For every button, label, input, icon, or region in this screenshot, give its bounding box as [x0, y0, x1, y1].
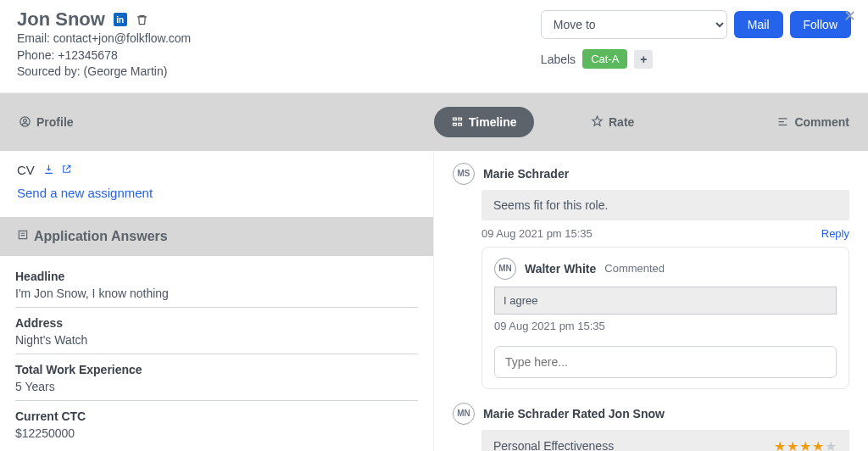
- timeline-panel: MS Marie Schrader Seems fit for this rol…: [434, 151, 868, 451]
- external-link-icon[interactable]: [61, 164, 72, 175]
- rate-icon: [591, 115, 604, 128]
- close-icon[interactable]: ✕: [843, 7, 856, 25]
- avatar: MS: [453, 163, 475, 185]
- qa-headline: Headline I'm Jon Snow, I know nothing: [15, 261, 418, 308]
- entry-time: 09 Aug 2021 pm 15:35: [481, 227, 593, 240]
- application-answers-header: Application Answers: [0, 217, 433, 256]
- avatar: MN: [453, 403, 475, 425]
- body: CV Send a new assignment Application Ans…: [0, 151, 868, 451]
- profile-icon: [19, 115, 31, 128]
- svg-rect-5: [459, 124, 462, 126]
- svg-point-1: [24, 120, 27, 123]
- add-label-button[interactable]: +: [634, 50, 653, 69]
- label-tag[interactable]: Cat-A: [582, 49, 627, 69]
- a-ctc: $12250000: [15, 426, 418, 440]
- a-address: Night's Watch: [15, 333, 418, 347]
- star-rating: ★★★★★: [774, 438, 837, 451]
- download-icon[interactable]: [43, 164, 54, 175]
- entry-author: Marie Schrader: [483, 167, 569, 181]
- header-actions: Move to Mail Follow Labels Cat-A +: [541, 8, 851, 69]
- nested-reply-box: MN Walter White Commented I agree 09 Aug…: [481, 247, 849, 389]
- timeline-entry-rating: MN Marie Schrader Rated Jon Snow Persona…: [453, 403, 849, 451]
- application-answers-label: Application Answers: [34, 229, 168, 244]
- candidate-name: Jon Snow: [17, 8, 105, 31]
- svg-rect-2: [453, 118, 457, 120]
- tab-rate-label: Rate: [609, 115, 634, 129]
- cv-label: CV: [17, 163, 35, 177]
- entry-action: Commented: [604, 262, 665, 275]
- send-assignment-link[interactable]: Send a new assignment: [17, 186, 416, 200]
- q-ctc: Current CTC: [15, 409, 418, 423]
- comment-bubble: Seems fit for this role.: [481, 190, 849, 220]
- follow-button[interactable]: Follow: [790, 11, 851, 38]
- qa-experience: Total Work Experience 5 Years: [15, 354, 418, 401]
- timeline-entry: MS Marie Schrader Seems fit for this rol…: [453, 163, 849, 389]
- left-panel: CV Send a new assignment Application Ans…: [0, 151, 434, 451]
- tab-profile-label: Profile: [36, 115, 74, 129]
- tab-timeline-label: Timeline: [469, 115, 517, 129]
- form-icon: [17, 229, 29, 244]
- move-to-select[interactable]: Move to: [541, 10, 727, 39]
- phone-line: Phone: +12345678: [17, 47, 191, 64]
- rating-skill: Personal Effectiveness: [493, 439, 614, 451]
- a-experience: 5 Years: [15, 380, 418, 393]
- tab-profile[interactable]: Profile: [0, 102, 434, 142]
- q-experience: Total Work Experience: [15, 363, 418, 376]
- candidate-info: Jon Snow in Email: contact+jon@folkflow.…: [17, 8, 191, 81]
- timeline-icon: [451, 115, 464, 128]
- cv-row: CV Send a new assignment: [0, 151, 433, 207]
- answers-list: Headline I'm Jon Snow, I know nothing Ad…: [0, 256, 433, 451]
- rating-bubble: Personal Effectiveness ★★★★★: [481, 430, 849, 451]
- q-address: Address: [15, 316, 418, 330]
- svg-rect-4: [453, 124, 457, 126]
- qa-ctc: Current CTC $12250000: [15, 401, 418, 447]
- tab-rate[interactable]: Rate: [534, 102, 692, 142]
- email-line: Email: contact+jon@folkflow.com: [17, 31, 191, 47]
- rating-title: Marie Schrader Rated Jon Snow: [483, 407, 665, 420]
- header: Jon Snow in Email: contact+jon@folkflow.…: [0, 0, 868, 93]
- comment-icon: [776, 115, 789, 128]
- sourced-line: Sourced by: (George Martin): [17, 64, 191, 81]
- reply-input[interactable]: [494, 346, 837, 378]
- reply-link[interactable]: Reply: [821, 227, 849, 240]
- q-headline: Headline: [15, 270, 418, 283]
- svg-rect-3: [459, 118, 462, 120]
- reply-bubble: I agree: [494, 287, 837, 315]
- a-headline: I'm Jon Snow, I know nothing: [15, 287, 418, 300]
- labels-title: Labels: [541, 53, 576, 66]
- reply-time: 09 Aug 2021 pm 15:35: [494, 320, 837, 332]
- tab-comment-label: Comment: [794, 115, 849, 129]
- tab-comment[interactable]: Comment: [692, 102, 868, 142]
- entry-author: Walter White: [525, 262, 596, 276]
- avatar: MN: [494, 258, 516, 280]
- tab-timeline[interactable]: Timeline: [434, 93, 534, 151]
- trash-icon[interactable]: [136, 14, 148, 26]
- linkedin-icon[interactable]: in: [114, 13, 127, 26]
- tab-bar: Profile Timeline Rate Comment: [0, 93, 868, 151]
- mail-button[interactable]: Mail: [734, 11, 783, 38]
- labels-row: Labels Cat-A +: [541, 49, 851, 69]
- qa-address: Address Night's Watch: [15, 308, 418, 354]
